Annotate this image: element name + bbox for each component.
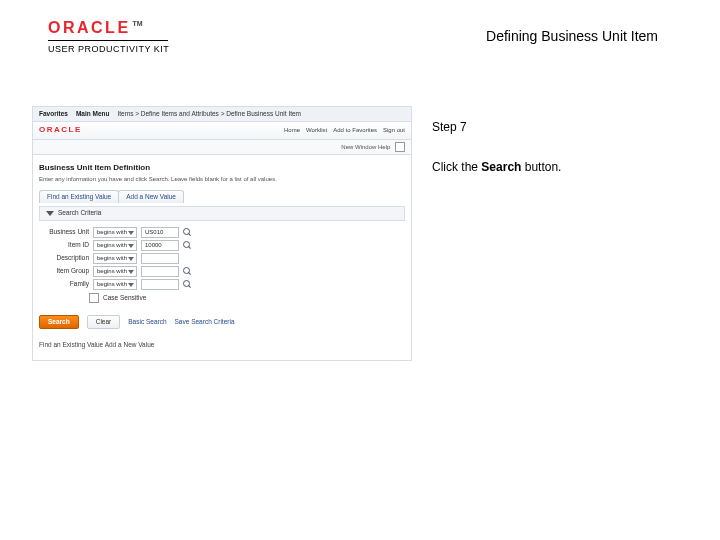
lookup-icon[interactable] — [183, 280, 192, 289]
link-worklist[interactable]: Worklist — [306, 127, 327, 135]
search-form: Business Unit begins with US010 Item ID … — [39, 221, 405, 309]
input-description[interactable] — [141, 253, 179, 264]
op-family[interactable]: begins with — [93, 279, 137, 290]
clear-button[interactable]: Clear — [87, 315, 121, 329]
help-icon[interactable] — [395, 142, 405, 152]
row-business-unit: Business Unit begins with US010 — [43, 227, 401, 238]
nav-favorites[interactable]: Favorites — [39, 110, 68, 118]
instruction-text: Click the Search button. — [432, 160, 682, 174]
lookup-icon[interactable] — [183, 228, 192, 237]
oracle-text: ORACLE — [48, 19, 131, 36]
instruction-panel: Step 7 Click the Search button. — [432, 120, 682, 174]
oracle-wordmark: ORACLETM — [48, 19, 143, 37]
row-case-sensitive: Case Sensitive — [89, 293, 401, 303]
logo-divider — [48, 40, 168, 41]
row-item-id: Item ID begins with 10000 — [43, 240, 401, 251]
search-button[interactable]: Search — [39, 315, 79, 329]
link-add-favorites[interactable]: Add to Favorites — [333, 127, 377, 135]
link-home[interactable]: Home — [284, 127, 300, 135]
label-description: Description — [43, 254, 89, 262]
instruction-suffix: button. — [521, 160, 561, 174]
criteria-label: Search Criteria — [58, 209, 101, 216]
page-title: Defining Business Unit Item — [486, 28, 658, 44]
lookup-icon[interactable] — [183, 241, 192, 250]
breadcrumb: Items > Define Items and Attributes > De… — [118, 110, 302, 118]
label-business-unit: Business Unit — [43, 228, 89, 236]
label-item-group: Item Group — [43, 267, 89, 275]
tabs: Find an Existing Value Add a New Value — [39, 190, 405, 203]
product-name: USER PRODUCTIVITY KIT — [48, 44, 169, 54]
input-item-group[interactable] — [141, 266, 179, 277]
small-oracle-logo: ORACLE — [39, 125, 82, 135]
embedded-screenshot: Favorites Main Menu Items > Define Items… — [32, 106, 412, 361]
subbar-links[interactable]: New Window Help — [341, 143, 390, 149]
row-family: Family begins with — [43, 279, 401, 290]
op-description[interactable]: begins with — [93, 253, 137, 264]
checkbox-case-sensitive[interactable] — [89, 293, 99, 303]
footer-links[interactable]: Find an Existing Value Add a New Value — [39, 341, 405, 349]
link-signout[interactable]: Sign out — [383, 127, 405, 135]
content-area: Business Unit Item Definition Enter any … — [32, 155, 412, 361]
op-business-unit[interactable]: begins with — [93, 227, 137, 238]
op-item-id[interactable]: begins with — [93, 240, 137, 251]
nav-main-menu[interactable]: Main Menu — [76, 110, 110, 118]
tab-find-existing[interactable]: Find an Existing Value — [39, 190, 119, 203]
step-label: Step 7 — [432, 120, 682, 134]
search-criteria-header[interactable]: Search Criteria — [39, 206, 405, 220]
section-heading: Business Unit Item Definition — [39, 163, 405, 173]
row-description: Description begins with — [43, 253, 401, 264]
input-item-id[interactable]: 10000 — [141, 240, 179, 251]
trademark: TM — [133, 20, 143, 27]
op-item-group[interactable]: begins with — [93, 266, 137, 277]
lookup-icon[interactable] — [183, 267, 192, 276]
sub-bar: New Window Help — [32, 140, 412, 155]
brand-logo-block: ORACLETM USER PRODUCTIVITY KIT — [48, 18, 169, 54]
tab-add-new[interactable]: Add a New Value — [118, 190, 184, 203]
collapse-icon — [46, 211, 54, 216]
instruction-prefix: Click the — [432, 160, 481, 174]
save-criteria-link[interactable]: Save Search Criteria — [175, 318, 235, 326]
label-case-sensitive: Case Sensitive — [103, 294, 146, 302]
label-family: Family — [43, 280, 89, 288]
input-family[interactable] — [141, 279, 179, 290]
section-desc: Enter any information you have and click… — [39, 176, 405, 184]
input-business-unit[interactable]: US010 — [141, 227, 179, 238]
button-row: Search Clear Basic Search Save Search Cr… — [39, 315, 405, 329]
basic-search-link[interactable]: Basic Search — [128, 318, 166, 326]
label-item-id: Item ID — [43, 241, 89, 249]
nav-topbar: Favorites Main Menu Items > Define Items… — [32, 106, 412, 122]
instruction-bold: Search — [481, 160, 521, 174]
brand-bar: ORACLE Home Worklist Add to Favorites Si… — [32, 122, 412, 139]
row-item-group: Item Group begins with — [43, 266, 401, 277]
